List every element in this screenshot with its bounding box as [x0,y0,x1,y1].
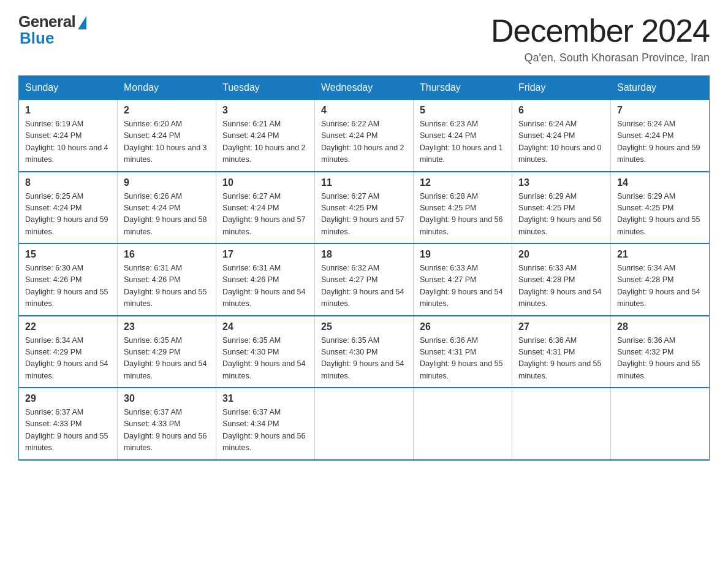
calendar-cell: 1 Sunrise: 6:19 AMSunset: 4:24 PMDayligh… [19,100,118,172]
weekday-header-saturday: Saturday [611,76,710,100]
day-number: 14 [617,177,703,188]
calendar-cell: 9 Sunrise: 6:26 AMSunset: 4:24 PMDayligh… [118,172,216,244]
weekday-header-thursday: Thursday [414,76,512,100]
day-number: 31 [222,393,308,404]
day-number: 5 [420,105,506,116]
calendar-week-row: 1 Sunrise: 6:19 AMSunset: 4:24 PMDayligh… [19,100,710,172]
calendar-cell: 23 Sunrise: 6:35 AMSunset: 4:29 PMDaylig… [118,316,216,388]
day-number: 30 [124,393,210,404]
day-number: 3 [222,105,308,116]
day-number: 22 [25,321,111,332]
calendar-cell [414,388,512,460]
day-info: Sunrise: 6:36 AMSunset: 4:32 PMDaylight:… [617,335,703,383]
day-number: 13 [518,177,604,188]
calendar-cell: 16 Sunrise: 6:31 AMSunset: 4:26 PMDaylig… [118,243,216,316]
day-number: 25 [321,321,407,332]
day-info: Sunrise: 6:33 AMSunset: 4:27 PMDaylight:… [420,262,506,310]
calendar-cell: 11 Sunrise: 6:27 AMSunset: 4:25 PMDaylig… [315,172,414,244]
day-info: Sunrise: 6:31 AMSunset: 4:26 PMDaylight:… [222,262,308,310]
page-header: General Blue December 2024 Qa'en, South … [18,12,710,64]
title-section: December 2024 Qa'en, South Khorasan Prov… [491,12,710,64]
calendar-cell: 28 Sunrise: 6:36 AMSunset: 4:32 PMDaylig… [611,316,710,388]
day-number: 8 [25,177,111,188]
weekday-header-sunday: Sunday [19,76,118,100]
day-number: 12 [420,177,506,188]
day-number: 24 [222,321,308,332]
day-info: Sunrise: 6:37 AMSunset: 4:33 PMDaylight:… [25,407,111,454]
calendar-cell: 15 Sunrise: 6:30 AMSunset: 4:26 PMDaylig… [19,243,118,316]
calendar-cell: 26 Sunrise: 6:36 AMSunset: 4:31 PMDaylig… [414,316,512,388]
weekday-header-tuesday: Tuesday [216,76,315,100]
day-info: Sunrise: 6:36 AMSunset: 4:31 PMDaylight:… [420,335,506,383]
day-info: Sunrise: 6:32 AMSunset: 4:27 PMDaylight:… [321,262,407,310]
calendar-cell: 7 Sunrise: 6:24 AMSunset: 4:24 PMDayligh… [611,100,710,172]
calendar-cell: 18 Sunrise: 6:32 AMSunset: 4:27 PMDaylig… [315,243,414,316]
day-info: Sunrise: 6:29 AMSunset: 4:25 PMDaylight:… [518,191,604,239]
day-info: Sunrise: 6:27 AMSunset: 4:25 PMDaylight:… [321,191,407,239]
weekday-header-monday: Monday [118,76,216,100]
day-info: Sunrise: 6:24 AMSunset: 4:24 PMDaylight:… [617,118,703,166]
calendar-week-row: 15 Sunrise: 6:30 AMSunset: 4:26 PMDaylig… [19,243,710,316]
day-info: Sunrise: 6:31 AMSunset: 4:26 PMDaylight:… [124,262,210,310]
logo-blue-text: Blue [18,29,54,48]
calendar-cell: 12 Sunrise: 6:28 AMSunset: 4:25 PMDaylig… [414,172,512,244]
day-number: 9 [124,177,210,188]
day-info: Sunrise: 6:24 AMSunset: 4:24 PMDaylight:… [518,118,604,166]
day-info: Sunrise: 6:25 AMSunset: 4:24 PMDaylight:… [25,191,111,239]
day-info: Sunrise: 6:27 AMSunset: 4:24 PMDaylight:… [222,191,308,239]
day-info: Sunrise: 6:26 AMSunset: 4:24 PMDaylight:… [124,191,210,239]
calendar-table: SundayMondayTuesdayWednesdayThursdayFrid… [18,75,710,461]
calendar-cell: 22 Sunrise: 6:34 AMSunset: 4:29 PMDaylig… [19,316,118,388]
day-info: Sunrise: 6:30 AMSunset: 4:26 PMDaylight:… [25,262,111,310]
weekday-header-row: SundayMondayTuesdayWednesdayThursdayFrid… [19,76,710,100]
day-info: Sunrise: 6:37 AMSunset: 4:34 PMDaylight:… [222,407,308,454]
day-info: Sunrise: 6:28 AMSunset: 4:25 PMDaylight:… [420,191,506,239]
calendar-cell: 2 Sunrise: 6:20 AMSunset: 4:24 PMDayligh… [118,100,216,172]
day-info: Sunrise: 6:37 AMSunset: 4:33 PMDaylight:… [124,407,210,454]
day-info: Sunrise: 6:33 AMSunset: 4:28 PMDaylight:… [518,262,604,310]
day-number: 29 [25,393,111,404]
location-text: Qa'en, South Khorasan Province, Iran [491,52,710,64]
logo-triangle-icon [78,16,86,29]
day-number: 21 [617,249,703,260]
calendar-cell: 24 Sunrise: 6:35 AMSunset: 4:30 PMDaylig… [216,316,315,388]
logo: General Blue [18,12,86,48]
calendar-cell: 10 Sunrise: 6:27 AMSunset: 4:24 PMDaylig… [216,172,315,244]
day-info: Sunrise: 6:35 AMSunset: 4:30 PMDaylight:… [222,335,308,383]
day-info: Sunrise: 6:35 AMSunset: 4:30 PMDaylight:… [321,335,407,383]
calendar-cell: 27 Sunrise: 6:36 AMSunset: 4:31 PMDaylig… [512,316,611,388]
calendar-cell [512,388,611,460]
day-number: 20 [518,249,604,260]
day-info: Sunrise: 6:36 AMSunset: 4:31 PMDaylight:… [518,335,604,383]
day-info: Sunrise: 6:20 AMSunset: 4:24 PMDaylight:… [124,118,210,166]
calendar-cell [315,388,414,460]
calendar-week-row: 8 Sunrise: 6:25 AMSunset: 4:24 PMDayligh… [19,172,710,244]
calendar-cell: 17 Sunrise: 6:31 AMSunset: 4:26 PMDaylig… [216,243,315,316]
weekday-header-friday: Friday [512,76,611,100]
calendar-week-row: 22 Sunrise: 6:34 AMSunset: 4:29 PMDaylig… [19,316,710,388]
calendar-cell: 30 Sunrise: 6:37 AMSunset: 4:33 PMDaylig… [118,388,216,460]
day-number: 2 [124,105,210,116]
calendar-cell: 6 Sunrise: 6:24 AMSunset: 4:24 PMDayligh… [512,100,611,172]
calendar-cell [611,388,710,460]
calendar-cell: 21 Sunrise: 6:34 AMSunset: 4:28 PMDaylig… [611,243,710,316]
day-info: Sunrise: 6:29 AMSunset: 4:25 PMDaylight:… [617,191,703,239]
calendar-cell: 5 Sunrise: 6:23 AMSunset: 4:24 PMDayligh… [414,100,512,172]
calendar-cell: 31 Sunrise: 6:37 AMSunset: 4:34 PMDaylig… [216,388,315,460]
day-number: 18 [321,249,407,260]
day-number: 27 [518,321,604,332]
calendar-cell: 14 Sunrise: 6:29 AMSunset: 4:25 PMDaylig… [611,172,710,244]
day-info: Sunrise: 6:23 AMSunset: 4:24 PMDaylight:… [420,118,506,166]
day-info: Sunrise: 6:21 AMSunset: 4:24 PMDaylight:… [222,118,308,166]
calendar-cell: 20 Sunrise: 6:33 AMSunset: 4:28 PMDaylig… [512,243,611,316]
calendar-cell: 19 Sunrise: 6:33 AMSunset: 4:27 PMDaylig… [414,243,512,316]
day-number: 4 [321,105,407,116]
day-number: 10 [222,177,308,188]
day-number: 11 [321,177,407,188]
day-number: 1 [25,105,111,116]
calendar-cell: 25 Sunrise: 6:35 AMSunset: 4:30 PMDaylig… [315,316,414,388]
day-info: Sunrise: 6:19 AMSunset: 4:24 PMDaylight:… [25,118,111,166]
month-title: December 2024 [491,12,710,49]
day-number: 15 [25,249,111,260]
weekday-header-wednesday: Wednesday [315,76,414,100]
